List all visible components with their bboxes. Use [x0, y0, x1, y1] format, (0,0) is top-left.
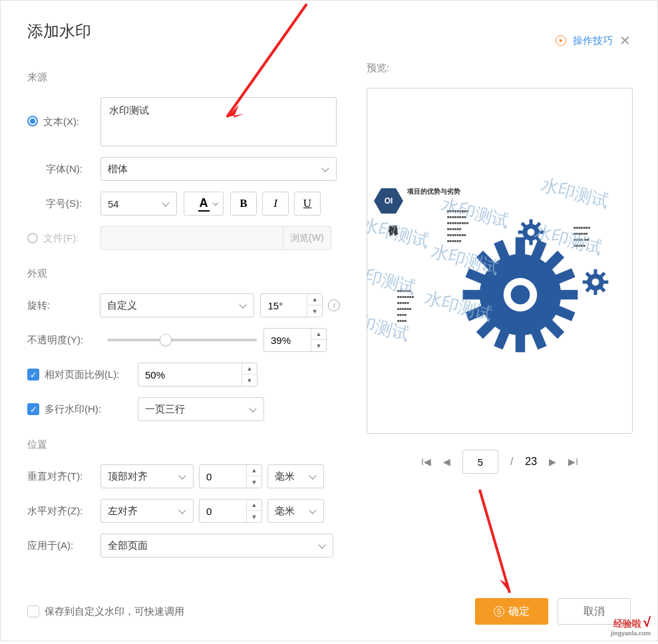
text-radio-row: 文本(X):	[27, 116, 100, 128]
applyto-label: 应用于(A):	[27, 540, 100, 552]
watermark-sample: 水印测试	[367, 259, 418, 300]
opacity-slider[interactable]	[107, 339, 257, 341]
appearance-section-label: 外观	[27, 267, 340, 280]
file-path-input	[100, 226, 283, 250]
preview-panel: 预览: OI 项目的优势与劣势 项目优势 ■■■■■■■■■■■■■■■■■■■…	[367, 62, 633, 568]
preview-label: 预览:	[367, 62, 633, 75]
gear-icon	[581, 268, 609, 296]
page-slash: /	[510, 456, 513, 468]
ok-icon: S	[494, 606, 504, 617]
chevron-down-icon[interactable]: ▼	[242, 375, 257, 386]
svg-rect-2	[516, 333, 525, 353]
svg-rect-4	[559, 290, 578, 299]
multiline-checkbox[interactable]	[27, 403, 39, 415]
chevron-up-icon[interactable]: ▲	[247, 500, 261, 511]
chevron-down-icon[interactable]: ▼	[247, 511, 261, 522]
chevron-down-icon[interactable]: ▼	[311, 340, 326, 351]
scale-checkbox[interactable]	[27, 369, 39, 381]
multiline-select[interactable]: 一页三行	[138, 397, 264, 421]
watermark-dialog: 添加水印 操作技巧 ✕ 来源 文本(X): 字体(N): 楷体 字号(S): 5…	[0, 0, 658, 641]
halign-unit-select[interactable]: 毫米	[267, 499, 324, 523]
rotate-label: 旋转:	[27, 299, 100, 312]
settings-panel: 来源 文本(X): 字体(N): 楷体 字号(S): 54 A B	[27, 62, 340, 568]
svg-rect-31	[593, 289, 597, 295]
opacity-label: 不透明度(Y):	[27, 334, 100, 347]
size-label: 字号(S):	[27, 198, 100, 210]
chevron-down-icon[interactable]: ▼	[247, 476, 261, 488]
slider-thumb[interactable]	[160, 334, 172, 346]
italic-button[interactable]: I	[262, 192, 289, 216]
browse-button: 浏览(W)	[283, 226, 331, 250]
font-color-button[interactable]: A	[184, 192, 224, 216]
valign-offset-spinner[interactable]: 0 ▲▼	[199, 464, 262, 488]
valign-label: 垂直对齐(T):	[27, 470, 100, 483]
header-actions: 操作技巧 ✕	[556, 33, 631, 49]
scale-spinner[interactable]: 50% ▲▼	[138, 363, 257, 387]
svg-rect-10	[494, 328, 510, 349]
file-radio[interactable]	[27, 233, 38, 243]
svg-rect-13	[554, 268, 575, 284]
next-page-icon[interactable]: ▶	[549, 456, 556, 467]
rotate-mode-select[interactable]: 自定义	[100, 293, 254, 317]
site-watermark: 经验啦 √ jingyanla.com	[611, 615, 651, 637]
save-custom-checkbox[interactable]	[27, 605, 39, 617]
watermark-text-input[interactable]	[100, 97, 337, 146]
chevron-down-icon[interactable]: ▼	[307, 305, 322, 317]
save-custom-label: 保存到自定义水印，可快速调用	[45, 605, 184, 618]
svg-rect-20	[529, 220, 532, 225]
svg-rect-22	[518, 230, 524, 234]
file-radio-row: 文件(F):	[27, 232, 100, 245]
chevron-up-icon[interactable]: ▲	[307, 294, 322, 305]
total-pages: 23	[525, 456, 537, 468]
hex-badge: OI	[374, 188, 403, 214]
font-select[interactable]: 楷体	[100, 157, 337, 181]
text-radio-label: 文本(X):	[43, 116, 79, 128]
last-page-icon[interactable]: ▶I	[568, 456, 578, 467]
svg-marker-42	[500, 573, 510, 593]
play-icon	[556, 35, 566, 46]
watermark-sample: 水印测试	[538, 173, 611, 214]
first-page-icon[interactable]: I◀	[421, 456, 431, 467]
chevron-up-icon[interactable]: ▲	[242, 363, 257, 375]
source-section-label: 来源	[27, 71, 340, 84]
font-label: 字体(N):	[27, 163, 100, 176]
close-icon[interactable]: ✕	[619, 33, 631, 49]
svg-rect-33	[603, 280, 608, 283]
prev-page-icon[interactable]: ◀	[443, 456, 450, 467]
halign-offset-spinner[interactable]: 0 ▲▼	[199, 499, 262, 523]
halign-label: 水平对齐(Z):	[27, 505, 100, 518]
dialog-title: 添加水印	[27, 21, 631, 42]
svg-point-38	[592, 279, 599, 286]
svg-rect-16	[554, 305, 575, 321]
svg-rect-30	[593, 269, 597, 275]
preview-pager: I◀ ◀ / 23 ▶ ▶I	[367, 450, 633, 474]
applyto-select[interactable]: 全部页面	[100, 534, 333, 558]
text-radio[interactable]	[27, 116, 38, 126]
opacity-spinner[interactable]: 39% ▲▼	[263, 328, 327, 352]
dialog-footer: 保存到自定义水印，可快速调用 S 确定 取消	[27, 598, 631, 625]
svg-rect-12	[530, 328, 546, 349]
page-number-input[interactable]	[462, 450, 498, 474]
info-icon[interactable]: i	[328, 299, 340, 311]
svg-point-18	[511, 285, 530, 305]
bold-button[interactable]: B	[230, 192, 257, 216]
scale-label: 相对页面比例(L):	[45, 369, 138, 381]
multiline-label: 多行水印(H):	[45, 403, 138, 416]
valign-unit-select[interactable]: 毫米	[267, 464, 324, 488]
size-select[interactable]: 54	[100, 192, 177, 216]
file-radio-label: 文件(F):	[43, 232, 79, 245]
tips-link[interactable]: 操作技巧	[573, 35, 613, 47]
watermark-sample: 水印测试	[367, 213, 432, 253]
chevron-up-icon[interactable]: ▲	[311, 329, 326, 340]
ok-button[interactable]: S 确定	[475, 598, 548, 625]
valign-select[interactable]: 顶部对齐	[100, 464, 194, 488]
position-section-label: 位置	[27, 438, 340, 451]
svg-rect-32	[583, 280, 588, 283]
halign-select[interactable]: 左对齐	[100, 499, 194, 523]
chevron-up-icon[interactable]: ▲	[247, 465, 261, 476]
underline-button[interactable]: U	[294, 192, 321, 216]
preview-box: OI 项目的优势与劣势 项目优势 ■■■■■■■■■■■■■■■■■■■■■■■…	[367, 88, 633, 434]
rotate-degree-spinner[interactable]: 15° ▲▼	[260, 293, 323, 317]
